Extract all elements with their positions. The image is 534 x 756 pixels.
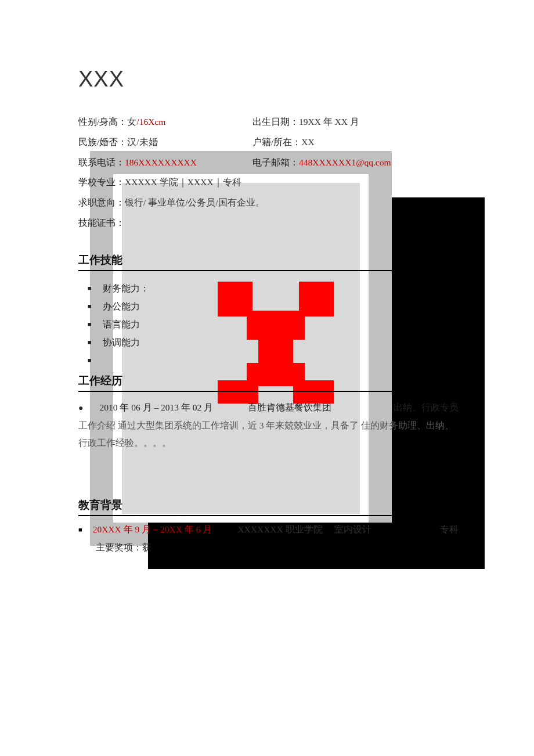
phone-field: 联系电话： 186XXXXXXXXX — [78, 156, 252, 170]
education-major: 室内设计 — [334, 521, 371, 538]
gender-height-label: 性别/身高： — [78, 115, 127, 129]
skill-item: 语言能力 — [88, 315, 459, 333]
applicant-name: XXX — [78, 67, 459, 92]
cert-label: 技能证书： — [78, 216, 125, 231]
phone-label: 联系电话： — [78, 156, 125, 170]
experience-role: 出纳、行政专员 — [394, 399, 459, 416]
education-heading: 教育背景 — [78, 498, 459, 516]
birth-field: 出生日期： 19XX 年 XX 月 — [252, 115, 459, 129]
registry-label: 户籍/所在： — [252, 135, 301, 150]
bullet-circle-icon: ● — [78, 401, 83, 416]
gender-height-field: 性别/身高： 女 / 16Xcm — [78, 115, 252, 129]
experience-entry: ● 2010 年 06 月 – 2013 年 02 月 百胜肯德基餐饮集团 出纳… — [78, 399, 459, 416]
school-label: 学校专业： — [78, 175, 125, 190]
height-value: 16Xcm — [139, 115, 166, 129]
email-label: 电子邮箱： — [252, 156, 299, 170]
experience-dates: 2010 年 06 月 – 2013 年 02 月 — [99, 399, 213, 416]
ethnic-field: 民族/婚否： 汉/未婚 — [78, 135, 252, 150]
intention-field: 求职意向： 银行/ 事业单位/公务员/国有企业。 — [78, 196, 459, 210]
gender-value: 女 — [127, 115, 136, 129]
education-awards: 主要奖项：获 — [96, 542, 459, 554]
education-entry: ■ 20XXX 年 9 月－20XX 年 6 月 XXXXXXX 职业学院 室内… — [78, 521, 459, 538]
education-degree: 专科 — [440, 521, 459, 538]
email-field: 电子邮箱： 448XXXXXX1@qq.com — [252, 156, 459, 170]
experience-heading: 工作经历 — [78, 373, 459, 392]
registry-value: XX — [301, 135, 314, 150]
experience-description: 工作介绍 通过大型集团系统的工作培训，近 3 年来兢兢业业，具备了 佳的财务助理… — [78, 417, 459, 451]
experience-section: 工作经历 ● 2010 年 06 月 – 2013 年 02 月 百胜肯德基餐饮… — [78, 373, 459, 451]
skills-section: 工作技能 财务能力： 办公能力 语言能力 协调能力 — [78, 253, 459, 351]
skills-list: 财务能力： 办公能力 语言能力 协调能力 — [78, 279, 459, 351]
skill-item: 办公能力 — [88, 297, 459, 315]
school-value: XXXXX 学院｜XXXX｜专科 — [125, 175, 241, 190]
skills-heading: 工作技能 — [78, 253, 459, 271]
intention-label: 求职意向： — [78, 196, 125, 210]
experience-company: 百胜肯德基餐饮集团 — [248, 399, 331, 416]
education-dates: 20XXX 年 9 月－20XX 年 6 月 — [93, 521, 212, 538]
birth-value: 19XX 年 XX 月 — [299, 115, 359, 129]
intention-value: 银行/ 事业单位/公务员/国有企业。 — [125, 196, 265, 210]
skill-item: 协调能力 — [88, 333, 459, 351]
ethnic-value: 汉/未婚 — [127, 135, 157, 150]
cert-field: 技能证书： — [78, 216, 459, 231]
skill-item: 财务能力： — [88, 279, 459, 297]
education-section: 教育背景 ■ 20XXX 年 9 月－20XX 年 6 月 XXXXXXX 职业… — [78, 498, 459, 553]
personal-info: 性别/身高： 女 / 16Xcm 出生日期： 19XX 年 XX 月 民族/婚否… — [78, 115, 459, 231]
registry-field: 户籍/所在： XX — [252, 135, 459, 150]
school-field: 学校专业： XXXXX 学院｜XXXX｜专科 — [78, 175, 459, 190]
email-value: 448XXXXXX1@qq.com — [299, 156, 391, 170]
education-school: XXXXXXX 职业学院 — [237, 521, 322, 538]
birth-label: 出生日期： — [252, 115, 299, 129]
bullet-square-icon: ■ — [78, 524, 82, 536]
phone-value: 186XXXXXXXXX — [125, 156, 197, 170]
ethnic-label: 民族/婚否： — [78, 135, 127, 150]
